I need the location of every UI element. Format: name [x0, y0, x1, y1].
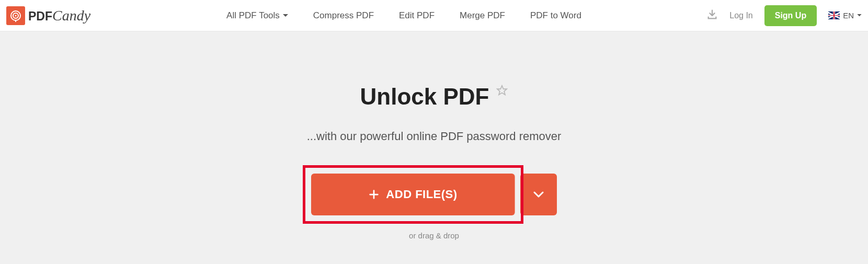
add-file-button[interactable]: ADD FILE(S): [311, 174, 515, 215]
add-file-wrap: ADD FILE(S): [311, 174, 515, 215]
language-selector[interactable]: EN: [828, 11, 862, 20]
chevron-down-icon: [533, 191, 544, 198]
drag-drop-hint: or drag & drop: [0, 231, 868, 240]
main-nav: All PDF Tools Compress PDF Edit PDF Merg…: [226, 10, 581, 21]
header-right: Log In Sign Up EN: [706, 5, 862, 26]
language-code: EN: [843, 11, 854, 20]
page-title: Unlock PDF: [360, 84, 489, 110]
logo-icon: [6, 6, 25, 25]
nav-all-tools-label: All PDF Tools: [226, 10, 280, 21]
more-options-button[interactable]: [520, 174, 557, 215]
nav-edit[interactable]: Edit PDF: [399, 10, 435, 21]
logo-pdf-text: PDF: [28, 9, 52, 24]
main-content: Unlock PDF ...with our powerful online P…: [0, 31, 868, 240]
star-icon[interactable]: [496, 85, 508, 98]
login-link[interactable]: Log In: [729, 11, 752, 20]
nav-to-word[interactable]: PDF to Word: [530, 10, 581, 21]
caret-down-icon: [283, 14, 288, 17]
logo-text: PDF Candy: [28, 7, 90, 24]
uk-flag-icon: [828, 12, 840, 19]
upload-row: ADD FILE(S): [0, 174, 868, 215]
logo-candy-text: Candy: [52, 7, 90, 24]
page-subtitle: ...with our powerful online PDF password…: [0, 130, 868, 143]
logo[interactable]: PDF Candy: [6, 6, 90, 25]
nav-merge[interactable]: Merge PDF: [460, 10, 505, 21]
title-row: Unlock PDF: [0, 84, 868, 110]
plus-icon: [368, 189, 380, 200]
svg-point-2: [15, 15, 17, 16]
nav-compress[interactable]: Compress PDF: [313, 10, 374, 21]
header: PDF Candy All PDF Tools Compress PDF Edi…: [0, 0, 868, 31]
add-file-label: ADD FILE(S): [386, 188, 457, 201]
download-icon[interactable]: [706, 9, 718, 22]
signup-button[interactable]: Sign Up: [764, 5, 817, 26]
svg-marker-4: [497, 86, 507, 95]
caret-down-icon: [857, 14, 862, 17]
nav-all-tools[interactable]: All PDF Tools: [226, 10, 288, 21]
